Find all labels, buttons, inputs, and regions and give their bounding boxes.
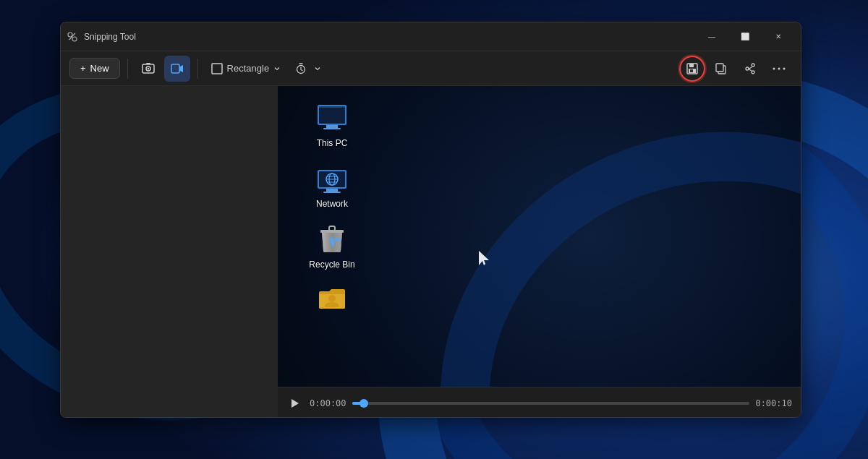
svg-point-25 [783,67,786,69]
toolbar-right [679,56,792,82]
svg-rect-29 [319,106,345,124]
copy-button[interactable] [708,56,734,82]
share-button[interactable] [737,56,763,82]
minimize-button[interactable]: — [695,22,728,51]
new-label: New [90,63,109,74]
more-options-button[interactable] [766,56,792,82]
play-button[interactable] [286,395,304,412]
svg-rect-30 [326,125,338,128]
photo-mode-button[interactable] [135,56,161,82]
svg-rect-16 [689,64,694,67]
titlebar: Snipping Tool — ⬜ ✕ [61,22,801,51]
desktop-icon-user-folder[interactable] [299,275,365,326]
svg-line-22 [749,69,752,71]
desktop-icon-network[interactable]: Network [299,154,365,215]
maximize-button[interactable]: ⬜ [728,22,762,51]
shape-dropdown-button[interactable]: Rectangle [205,60,287,77]
desktop-icon-recycle-bin[interactable]: Recycle Bin [299,215,365,275]
network-label: Network [316,199,348,209]
video-controls: 0:00:00 0:00:10 [278,387,801,418]
svg-rect-20 [716,64,723,72]
main-area: This PC [278,86,801,418]
toolbar-separator-2 [197,59,198,79]
plus-icon: + [80,63,86,74]
snipping-tool-window: Snipping Tool — ⬜ ✕ + New [60,22,801,418]
svg-rect-11 [146,63,150,64]
svg-point-10 [147,67,148,69]
desktop-icon-this-pc[interactable]: This PC [299,93,365,154]
toolbar: + New Rectangle [61,51,801,86]
this-pc-label: This PC [317,138,348,148]
new-button[interactable]: + New [69,58,120,79]
svg-rect-32 [319,106,345,108]
svg-rect-35 [326,189,338,192]
svg-rect-12 [171,64,179,73]
svg-rect-36 [323,192,341,193]
time-total: 0:00:10 [755,398,792,408]
svg-rect-13 [212,64,222,74]
progress-bar[interactable] [352,402,750,405]
content-area: This PC [61,86,801,418]
svg-point-24 [778,67,780,69]
sidebar [61,86,278,418]
time-current: 0:00:00 [310,398,346,408]
svg-rect-18 [690,69,693,72]
app-icon [67,31,78,43]
screenshot-content: This PC [278,86,801,387]
svg-rect-43 [329,226,335,231]
timer-dropdown-button[interactable] [289,60,327,77]
save-button[interactable] [679,56,705,82]
svg-point-5 [72,37,77,41]
recycle-bin-label: Recycle Bin [309,259,354,270]
close-button[interactable]: ✕ [762,22,795,51]
window-title: Snipping Tool [84,32,695,42]
network-icon [315,160,349,194]
shape-label: Rectangle [227,63,270,74]
svg-point-44 [328,295,336,302]
desktop-icons: This PC [299,93,365,326]
toolbar-separator-1 [127,59,128,79]
this-pc-icon [315,99,349,134]
user-folder-icon [315,281,349,316]
progress-thumb[interactable] [359,399,368,408]
svg-marker-45 [292,399,299,408]
recycle-bin-icon [315,220,349,255]
svg-rect-31 [323,128,341,129]
video-mode-button[interactable] [164,56,190,82]
svg-point-23 [773,67,775,69]
window-controls: — ⬜ ✕ [695,22,795,51]
